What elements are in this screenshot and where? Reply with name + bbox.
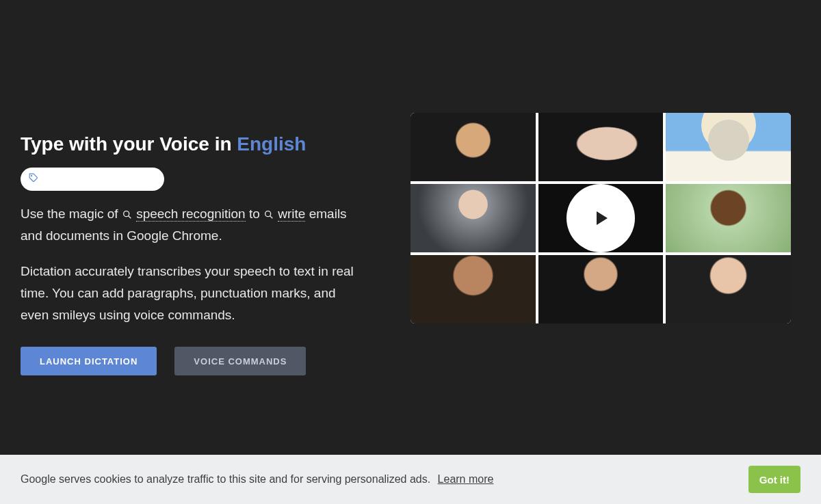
svg-point-1 [124,211,129,217]
magnifier-icon [122,209,133,220]
face-tile [666,184,791,252]
face-tile [538,255,664,323]
voice-commands-button[interactable]: VOICE COMMANDS [174,347,306,375]
face-tile [666,113,791,181]
face-tile [410,255,536,323]
body-part2: to [249,207,263,221]
headline-language: English [237,133,306,155]
cookie-accept-button[interactable]: Got it! [748,466,800,493]
face-tile [666,255,791,323]
body-paragraph2: Dictation accurately transcribes your sp… [21,264,354,322]
cookie-learn-more-link[interactable]: Learn more [438,473,494,485]
hero-description: Use the magic of speech recognition to w… [21,203,356,326]
hero-section: Type with your Voice in English Use the … [0,0,821,375]
hero-buttons: LAUNCH DICTATION VOICE COMMANDS [21,347,383,375]
speech-recognition-link[interactable]: speech recognition [136,207,246,222]
launch-dictation-button[interactable]: LAUNCH DICTATION [21,347,157,375]
svg-line-4 [270,216,273,219]
page-headline: Type with your Voice in English [21,133,383,155]
hero-right-column [410,113,800,323]
play-button[interactable] [566,184,635,252]
cookie-message: Google serves cookies to analyze traffic… [21,473,430,485]
language-selector-pill[interactable] [21,168,164,191]
face-tile [410,113,536,181]
face-tile [410,184,536,252]
svg-line-2 [129,216,131,219]
headline-prefix: Type with your Voice in [21,133,237,155]
tag-icon [29,173,38,185]
face-tile [538,113,664,181]
cookie-message-wrap: Google serves cookies to analyze traffic… [21,473,493,486]
hero-left-column: Type with your Voice in English Use the … [21,113,383,375]
cookie-consent-bar: Google serves cookies to analyze traffic… [0,455,821,504]
body-part1: Use the magic of [21,207,122,221]
svg-point-0 [31,176,32,176]
svg-point-3 [265,211,271,217]
video-thumbnail-grid[interactable] [410,113,791,323]
write-link[interactable]: write [278,207,305,222]
magnifier-icon [263,209,274,220]
